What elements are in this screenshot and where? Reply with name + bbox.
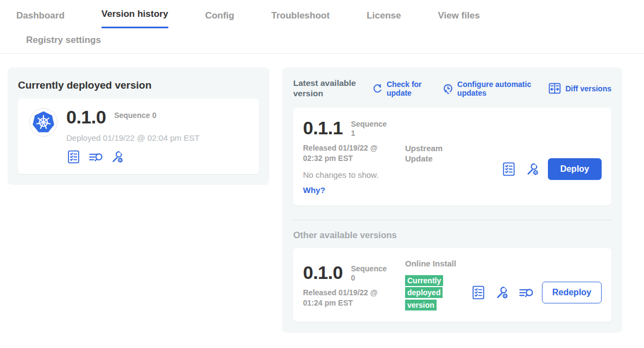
redeploy-button[interactable]: Redeploy xyxy=(542,282,602,303)
deployed-version-number: 0.1.0 xyxy=(66,108,106,126)
schedule-update-icon xyxy=(443,83,453,94)
nav-row-1: Dashboard Version history Config Trouble… xyxy=(16,9,644,28)
other-sequence-label: Sequence 0 xyxy=(351,263,390,283)
check-for-update-link[interactable]: Check for update xyxy=(372,80,433,97)
nav-row-2: Registry settings xyxy=(16,28,644,53)
deployed-timestamp: Deployed 01/19/22 @ 02:04 pm EST xyxy=(66,133,199,142)
edit-config-icon[interactable] xyxy=(525,161,540,177)
currently-deployed-title: Currently deployed version xyxy=(18,79,259,91)
diff-versions-label: Diff versions xyxy=(565,84,611,93)
currently-deployed-badge-text: Currently deployed version xyxy=(405,275,443,310)
other-released-timestamp: Released 01/19/22 @ 01:24 pm EST xyxy=(303,288,397,307)
section-divider xyxy=(293,220,611,220)
currently-deployed-panel: Currently deployed version 0.1.0 Sequenc… xyxy=(8,67,269,185)
latest-version-card: 0.1.1 Sequence 1 Released 01/19/22 @ 02:… xyxy=(293,108,611,206)
deploy-logs-icon[interactable] xyxy=(87,150,103,164)
tab-troubleshoot[interactable]: Troubleshoot xyxy=(271,10,330,28)
latest-version-number: 0.1.1 xyxy=(303,119,343,137)
available-versions-panel: Latest available version Check for updat… xyxy=(282,67,622,333)
other-source-label: Online Install xyxy=(405,259,466,269)
deploy-logs-icon[interactable] xyxy=(517,285,534,300)
latest-available-title: Latest available version xyxy=(293,78,359,99)
configure-automatic-updates-link[interactable]: Configure automatic updates xyxy=(443,80,539,97)
diff-columns-icon xyxy=(548,82,561,95)
edit-config-icon[interactable] xyxy=(494,285,509,300)
check-for-update-label: Check for update xyxy=(387,80,433,97)
latest-actions: Deploy xyxy=(501,144,602,195)
tab-registry-settings[interactable]: Registry settings xyxy=(26,35,101,52)
preflight-checklist-icon[interactable] xyxy=(501,161,516,177)
no-changes-text: No changes to show. xyxy=(303,170,405,179)
preflight-checklist-icon[interactable] xyxy=(471,285,486,300)
top-nav: Dashboard Version history Config Trouble… xyxy=(0,0,644,54)
kubernetes-logo-icon xyxy=(29,108,58,137)
deployed-sequence-label: Sequence 0 xyxy=(114,108,156,120)
configure-automatic-updates-label: Configure automatic updates xyxy=(457,80,539,97)
tab-view-files[interactable]: View files xyxy=(438,10,479,28)
why-link[interactable]: Why? xyxy=(303,185,405,195)
latest-released-timestamp: Released 01/19/22 @ 02:32 pm EST xyxy=(303,143,397,163)
deploy-button[interactable]: Deploy xyxy=(548,158,602,180)
header-actions: Check for update Configure automatic upd… xyxy=(359,80,611,97)
main-content: Currently deployed version 0.1.0 Sequenc… xyxy=(0,54,644,333)
latest-sequence-label: Sequence 1 xyxy=(351,119,390,138)
edit-config-icon[interactable] xyxy=(110,150,124,164)
currently-deployed-badge: Currently deployed version xyxy=(405,275,444,312)
tab-config[interactable]: Config xyxy=(205,10,235,28)
other-available-versions-title: Other available versions xyxy=(293,230,611,240)
latest-source-label: Upstream Update xyxy=(405,144,466,195)
deployed-version-card: 0.1.0 Sequence 0 Deployed 01/19/22 @ 02:… xyxy=(18,98,259,174)
other-version-card: 0.1.0 Sequence 0 Released 01/19/22 @ 01:… xyxy=(293,248,611,322)
diff-versions-link[interactable]: Diff versions xyxy=(548,82,611,95)
tab-version-history[interactable]: Version history xyxy=(102,9,168,28)
latest-version-header: Latest available version Check for updat… xyxy=(293,78,611,99)
other-actions: Redeploy xyxy=(471,274,602,311)
refresh-arrow-icon xyxy=(372,83,383,94)
tab-dashboard[interactable]: Dashboard xyxy=(16,10,65,28)
preflight-checklist-icon[interactable] xyxy=(66,150,81,164)
other-version-number: 0.1.0 xyxy=(303,263,343,282)
tab-license[interactable]: License xyxy=(367,10,401,28)
